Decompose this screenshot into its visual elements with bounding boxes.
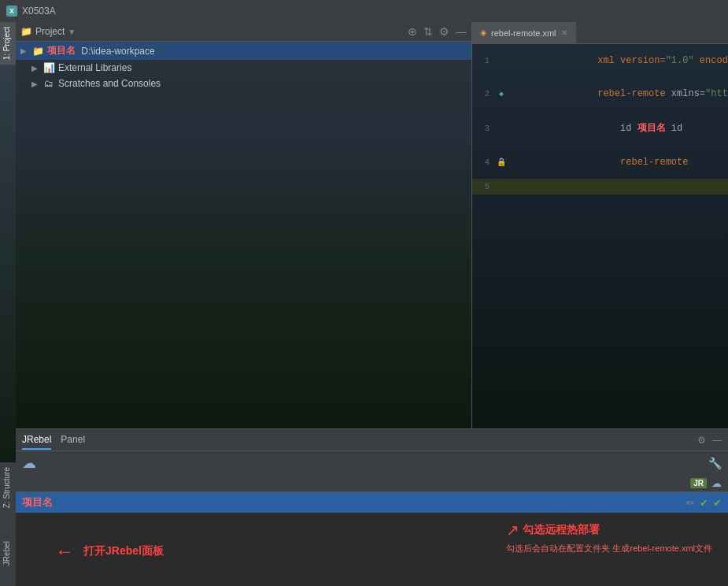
tab-jrebel[interactable]: JRebel xyxy=(22,431,51,450)
project-title: Project xyxy=(35,26,65,37)
line-gutter-4: 🔒 xyxy=(496,158,507,167)
project-name-label: 项目名 xyxy=(47,44,76,57)
scratches-icon: 🗂 xyxy=(42,78,55,89)
left-arrow-icon: ← xyxy=(55,540,74,562)
line-content-3: id 项目名 id xyxy=(507,110,682,146)
jrebel-project-name: 项目名 xyxy=(22,495,682,510)
project-name-inline: 项目名 xyxy=(637,123,666,134)
rebel-tag: rebel-remote xyxy=(597,88,665,99)
settings-icon[interactable]: ⚙ xyxy=(439,25,449,38)
project-header: 📁 Project ▼ ⊕ ⇅ ⚙ — xyxy=(16,22,471,42)
window-title: X0503A xyxy=(22,6,56,17)
editor-tabs: ◈ rebel-remote.xml ✕ xyxy=(472,22,728,44)
up-arrow-icon: ↗ xyxy=(506,521,519,540)
open-panel-annotation: ← 打开JRebel面板 xyxy=(31,525,187,578)
folder-icon: 📁 xyxy=(20,26,32,37)
dropdown-arrow[interactable]: ▼ xyxy=(68,28,76,36)
line-content-1: xml version="1.0" encoding="UTF- xyxy=(507,44,728,77)
project-header-title: 📁 Project ▼ xyxy=(20,26,405,37)
bottom-settings-icon[interactable]: ⚙ xyxy=(697,435,706,446)
check-remote-desc: 勾选后会自动在配置文件夹 生成rebel-remote.xml文件 xyxy=(506,543,712,554)
rebel-close-tag: rebel-remote xyxy=(597,157,688,168)
project-path-label: D:\idea-workpace xyxy=(79,46,155,57)
remote-annotation: ↗ 勾选远程热部署 勾选后会自动在配置文件夹 生成rebel-remote.xm… xyxy=(506,521,712,554)
jrebel-row[interactable]: 项目名 ✏ ✔ ✔ xyxy=(16,492,728,513)
close-tab-icon[interactable]: ✕ xyxy=(561,28,567,37)
scratches-label: Scratches and Consoles xyxy=(58,78,161,89)
jrebel-content: ☁ 🔧 JR ☁ 项目名 ✏ ✔ ✔ xyxy=(16,451,728,586)
sync-icon[interactable]: ⊕ xyxy=(408,25,417,38)
expand-arrow-scratch: ▶ xyxy=(31,80,39,88)
editor-content[interactable]: 1 xml version="1.0" encoding="UTF- 2 ◆ r… xyxy=(472,44,728,428)
edit-icon[interactable]: ✏ xyxy=(686,497,695,509)
jrebel-table-header: JR ☁ xyxy=(16,475,728,492)
line-num-3: 3 xyxy=(472,124,496,133)
bottom-minimize-icon[interactable]: — xyxy=(712,435,722,446)
side-label-panel: 1: Project Z: Structure JRebel xyxy=(0,22,16,586)
project-panel: 📁 Project ▼ ⊕ ⇅ ⚙ — ▶ xyxy=(16,22,472,428)
id-close: id xyxy=(666,123,683,134)
jrebel-toolbar: ☁ 🔧 xyxy=(16,451,728,475)
tab-filename: rebel-remote.xml xyxy=(491,28,556,38)
minimize-icon[interactable]: — xyxy=(456,25,467,38)
xml-decl: xml version= xyxy=(597,55,665,66)
editor-tab-rebel-remote[interactable]: ◈ rebel-remote.xml ✕ xyxy=(472,22,576,43)
tree-item-scratches[interactable]: ▶ 🗂 Scratches and Consoles xyxy=(16,76,471,91)
app-icon: X xyxy=(6,6,17,17)
editor-panel: ◈ rebel-remote.xml ✕ 1 xml version="1.0" xyxy=(472,22,728,428)
content-area: 📁 Project ▼ ⊕ ⇅ ⚙ — ▶ xyxy=(16,22,728,586)
line-content-4: rebel-remote xyxy=(507,146,688,179)
annotation-area: ← 打开JRebel面板 ↗ 勾选远程热部署 勾选后会自动在配置文件夹 生成re… xyxy=(16,513,728,586)
tree-item-external-libraries[interactable]: ▶ 📊 External Libraries xyxy=(16,60,471,76)
sidebar-item-structure[interactable]: Z: Structure xyxy=(0,462,16,513)
open-panel-label: 打开JRebel面板 xyxy=(83,544,164,558)
tab-panel[interactable]: Panel xyxy=(61,431,85,450)
bottom-tabs: JRebel Panel ⚙ — xyxy=(16,429,728,451)
line-content-2: rebel-remote xmlns="http://www.ze xyxy=(507,77,728,110)
title-bar: X X0503A xyxy=(0,0,728,22)
line-gutter-2: ◆ xyxy=(496,89,507,98)
external-libraries-label: External Libraries xyxy=(58,62,131,73)
wrench-icon[interactable]: 🔧 xyxy=(708,457,722,469)
project-panel-empty xyxy=(16,91,471,428)
sidebar-item-project[interactable]: 1: Project xyxy=(0,22,16,65)
layout-icon[interactable]: ⇅ xyxy=(423,25,433,38)
line-num-1: 1 xyxy=(472,56,496,65)
xml-encoding: encoding= xyxy=(694,55,728,66)
editor-lines: 1 xml version="1.0" encoding="UTF- 2 ◆ r… xyxy=(472,44,728,195)
check-jr-icon[interactable]: ✔ xyxy=(700,497,708,509)
main-container: 1: Project Z: Structure JRebel 📁 Project… xyxy=(0,22,728,586)
top-split: 📁 Project ▼ ⊕ ⇅ ⚙ — ▶ xyxy=(16,22,728,428)
line-num-4: 4 xyxy=(472,158,496,167)
editor-line-1: 1 xml version="1.0" encoding="UTF- xyxy=(472,44,728,77)
tree-item-project-root[interactable]: ▶ 📁 项目名 D:\idea-workpace xyxy=(16,42,471,60)
xml-version-val: "1.0" xyxy=(666,55,694,66)
project-header-actions: ⊕ ⇅ ⚙ — xyxy=(408,25,467,38)
xmlns-val: "http://www.ze xyxy=(705,88,728,99)
editor-line-2: 2 ◆ rebel-remote xmlns="http://www.ze xyxy=(472,77,728,110)
expand-arrow-ext: ▶ xyxy=(31,64,39,72)
line-num-2: 2 xyxy=(472,89,496,98)
bottom-tab-actions: ⚙ — xyxy=(697,435,722,446)
jrebel-cloud-icon: ☁ xyxy=(22,454,36,472)
line-num-5: 5 xyxy=(472,182,496,191)
sidebar-item-jrebel[interactable]: JRebel xyxy=(0,536,16,570)
check-remote-label: 勾选远程热部署 xyxy=(523,523,600,537)
project-folder-icon: 📁 xyxy=(31,46,44,57)
id-attr: id xyxy=(597,123,637,134)
xml-file-icon: ◈ xyxy=(480,28,486,38)
bottom-panel: JRebel Panel ⚙ — ☁ 🔧 xyxy=(16,428,728,586)
project-panel-content: 📁 Project ▼ ⊕ ⇅ ⚙ — ▶ xyxy=(16,22,471,428)
xmlns-attr: xmlns= xyxy=(666,88,705,99)
editor-line-4: 4 🔒 rebel-remote xyxy=(472,146,728,179)
editor-line-5: 5 xyxy=(472,179,728,195)
col-cloud-icon: ☁ xyxy=(711,477,722,489)
check-cloud-icon[interactable]: ✔ xyxy=(713,497,722,509)
jr-badge: JR xyxy=(690,478,707,488)
remote-arrow-row: ↗ 勾选远程热部署 xyxy=(506,521,600,540)
editor-line-3: 3 id 项目名 id xyxy=(472,110,728,146)
expand-arrow: ▶ xyxy=(20,46,28,55)
libraries-icon: 📊 xyxy=(42,62,55,73)
